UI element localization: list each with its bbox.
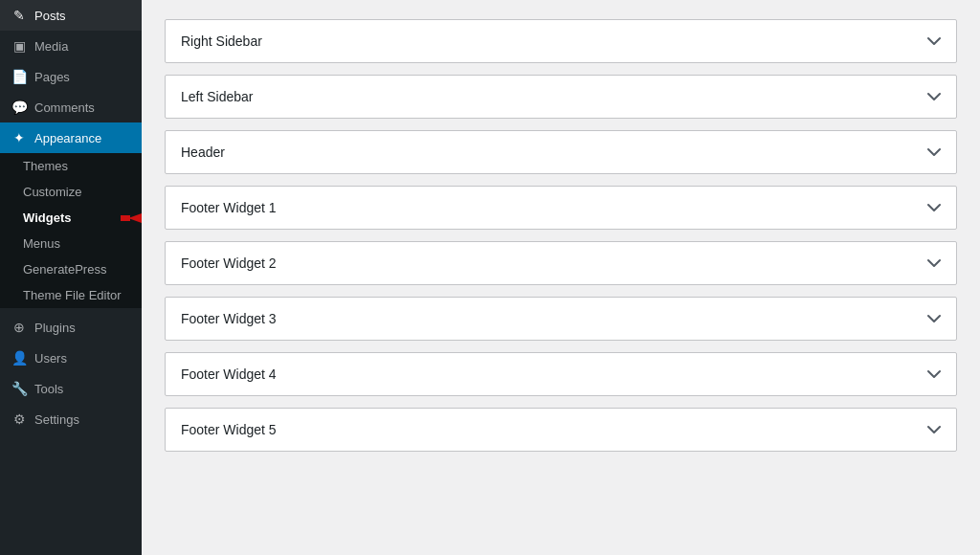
sidebar-item-media-label: Media bbox=[34, 39, 68, 54]
widget-title-right-sidebar: Right Sidebar bbox=[181, 33, 262, 49]
pages-icon: 📄 bbox=[11, 69, 27, 84]
sidebar-item-settings-label: Settings bbox=[34, 412, 79, 427]
posts-icon: ✎ bbox=[11, 8, 27, 23]
sidebar: ✎ Posts ▣ Media 📄 Pages 💬 Comments ✦ App… bbox=[0, 0, 142, 555]
widget-header-footer-widget-1[interactable]: Footer Widget 1 bbox=[166, 187, 956, 229]
submenu-item-themes[interactable]: Themes bbox=[0, 153, 142, 179]
sidebar-item-pages[interactable]: 📄 Pages bbox=[0, 61, 142, 92]
widgets-label: Widgets bbox=[23, 211, 71, 225]
widget-title-footer-widget-5: Footer Widget 5 bbox=[181, 422, 277, 437]
sidebar-item-posts[interactable]: ✎ Posts bbox=[0, 0, 142, 31]
svg-marker-0 bbox=[128, 209, 142, 228]
sidebar-item-plugins[interactable]: ⊕ Plugins bbox=[0, 312, 142, 343]
submenu-item-customize[interactable]: Customize bbox=[0, 179, 142, 205]
widget-title-header: Header bbox=[181, 144, 225, 160]
widget-title-footer-widget-4: Footer Widget 4 bbox=[181, 366, 277, 382]
users-icon: 👤 bbox=[11, 350, 27, 366]
widget-section-header: Header bbox=[165, 130, 957, 174]
widget-title-left-sidebar: Left Sidebar bbox=[181, 89, 254, 104]
sidebar-item-plugins-label: Plugins bbox=[34, 321, 76, 335]
settings-icon: ⚙ bbox=[11, 411, 27, 427]
widget-title-footer-widget-1: Footer Widget 1 bbox=[181, 200, 277, 215]
widget-section-footer-widget-2: Footer Widget 2 bbox=[165, 241, 957, 285]
sidebar-item-tools-label: Tools bbox=[34, 382, 63, 396]
tools-icon: 🔧 bbox=[11, 381, 27, 396]
sidebar-item-settings[interactable]: ⚙ Settings bbox=[0, 404, 142, 434]
widget-section-footer-widget-1: Footer Widget 1 bbox=[165, 186, 957, 230]
widget-section-right-sidebar: Right Sidebar bbox=[165, 19, 957, 63]
sidebar-item-pages-label: Pages bbox=[34, 70, 70, 84]
sidebar-item-users[interactable]: 👤 Users bbox=[0, 343, 142, 373]
chevron-down-icon bbox=[927, 200, 941, 215]
chevron-down-icon bbox=[927, 366, 941, 382]
submenu-item-menus[interactable]: Menus bbox=[0, 231, 142, 256]
sidebar-item-comments[interactable]: 💬 Comments bbox=[0, 92, 142, 122]
submenu-item-generatepress[interactable]: GeneratePress bbox=[0, 256, 142, 282]
submenu-item-widgets[interactable]: Widgets bbox=[0, 205, 142, 231]
plugins-icon: ⊕ bbox=[11, 320, 27, 335]
widget-section-left-sidebar: Left Sidebar bbox=[165, 75, 957, 119]
comments-icon: 💬 bbox=[11, 100, 27, 115]
top-nav: ✎ Posts ▣ Media 📄 Pages 💬 Comments bbox=[0, 0, 142, 122]
chevron-down-icon bbox=[927, 89, 941, 104]
red-arrow-icon bbox=[121, 209, 142, 228]
sidebar-item-posts-label: Posts bbox=[34, 9, 66, 23]
widget-section-footer-widget-4: Footer Widget 4 bbox=[165, 352, 957, 396]
widget-header-header[interactable]: Header bbox=[166, 131, 956, 173]
sidebar-item-appearance-label: Appearance bbox=[34, 131, 101, 145]
main-content: Right SidebarLeft SidebarHeaderFooter Wi… bbox=[142, 0, 980, 555]
media-icon: ▣ bbox=[11, 38, 27, 54]
chevron-down-icon bbox=[927, 33, 941, 49]
sidebar-item-media[interactable]: ▣ Media bbox=[0, 31, 142, 61]
chevron-down-icon bbox=[927, 255, 941, 271]
sidebar-item-users-label: Users bbox=[34, 351, 67, 366]
chevron-down-icon bbox=[927, 144, 941, 160]
sidebar-item-comments-label: Comments bbox=[34, 100, 95, 115]
chevron-down-icon bbox=[927, 311, 941, 326]
widget-title-footer-widget-3: Footer Widget 3 bbox=[181, 311, 277, 326]
widget-header-footer-widget-4[interactable]: Footer Widget 4 bbox=[166, 353, 956, 395]
widget-section-footer-widget-5: Footer Widget 5 bbox=[165, 408, 957, 452]
widget-header-footer-widget-2[interactable]: Footer Widget 2 bbox=[166, 242, 956, 284]
widget-header-right-sidebar[interactable]: Right Sidebar bbox=[166, 20, 956, 62]
sidebar-item-tools[interactable]: 🔧 Tools bbox=[0, 373, 142, 404]
widgets-list: Right SidebarLeft SidebarHeaderFooter Wi… bbox=[165, 19, 957, 452]
widget-header-footer-widget-5[interactable]: Footer Widget 5 bbox=[166, 409, 956, 451]
appearance-icon: ✦ bbox=[11, 130, 27, 145]
widget-title-footer-widget-2: Footer Widget 2 bbox=[181, 255, 277, 271]
chevron-down-icon bbox=[927, 422, 941, 437]
widget-header-footer-widget-3[interactable]: Footer Widget 3 bbox=[166, 298, 956, 340]
sidebar-item-appearance[interactable]: ✦ Appearance bbox=[0, 122, 142, 153]
svg-rect-1 bbox=[121, 215, 130, 221]
widget-header-left-sidebar[interactable]: Left Sidebar bbox=[166, 76, 956, 118]
widget-section-footer-widget-3: Footer Widget 3 bbox=[165, 297, 957, 341]
submenu-item-theme-file-editor[interactable]: Theme File Editor bbox=[0, 282, 142, 308]
appearance-submenu: Themes Customize Widgets Menus GenerateP… bbox=[0, 153, 142, 308]
